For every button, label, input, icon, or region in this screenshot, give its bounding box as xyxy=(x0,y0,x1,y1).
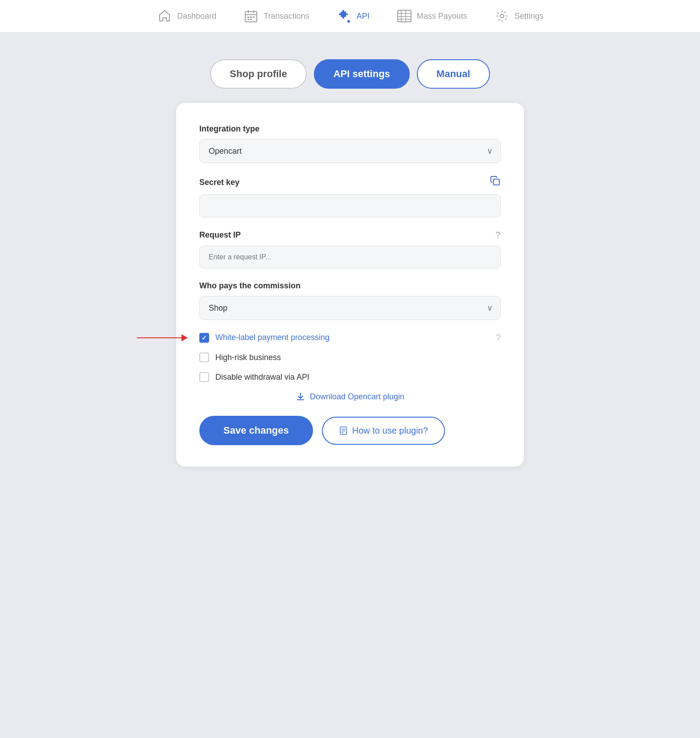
nav-api[interactable]: API xyxy=(336,8,370,24)
high-risk-label: High-risk business xyxy=(215,353,281,362)
document-icon xyxy=(339,426,348,435)
download-link[interactable]: Download Opencart plugin xyxy=(199,392,501,402)
svg-rect-5 xyxy=(250,16,252,18)
svg-point-9 xyxy=(347,20,350,23)
nav-dashboard[interactable]: Dashboard xyxy=(156,8,216,24)
copy-icon[interactable] xyxy=(490,176,501,189)
nav-transactions-label: Transactions xyxy=(264,12,309,21)
integration-type-group: Integration type Opencart WooCommerce Ma… xyxy=(199,124,501,163)
request-ip-label: Request IP ? xyxy=(199,230,501,240)
nav-dashboard-label: Dashboard xyxy=(177,12,216,21)
how-to-use-button[interactable]: How to use plugin? xyxy=(322,417,445,445)
nav-mass-payouts-label: Mass Payouts xyxy=(417,12,467,21)
save-changes-button[interactable]: Save changes xyxy=(199,416,313,445)
svg-point-16 xyxy=(500,14,504,18)
nav-mass-payouts[interactable]: Mass Payouts xyxy=(396,8,467,24)
svg-rect-10 xyxy=(398,10,411,22)
arrow-line xyxy=(137,337,181,338)
disable-withdrawal-checkbox[interactable] xyxy=(199,372,209,382)
white-label-checkbox[interactable] xyxy=(199,333,209,343)
request-ip-group: Request IP ? xyxy=(199,230,501,269)
tab-bar: Shop profile API settings Manual xyxy=(210,59,490,89)
request-ip-help-icon[interactable]: ? xyxy=(495,230,501,240)
commission-group: Who pays the commission Shop Client ∨ xyxy=(199,281,501,320)
commission-label: Who pays the commission xyxy=(199,281,501,291)
svg-rect-17 xyxy=(494,179,499,185)
annotation-arrow xyxy=(137,334,188,341)
svg-rect-4 xyxy=(247,16,249,18)
high-risk-row: High-risk business xyxy=(199,353,501,362)
tab-manual[interactable]: Manual xyxy=(417,59,490,89)
secret-key-input[interactable]: xFaWZH3uFDuEFsvnK7wvPumf0WSVtCd0btoS xyxy=(199,194,501,217)
how-to-use-label: How to use plugin? xyxy=(352,426,428,436)
nav-settings-label: Settings xyxy=(515,12,544,21)
white-label-help-icon[interactable]: ? xyxy=(496,332,501,343)
white-label-label: White-label payment processing xyxy=(215,333,329,342)
integration-type-select[interactable]: Opencart WooCommerce Magento Custom xyxy=(199,139,501,163)
nav-settings[interactable]: Settings xyxy=(494,8,544,24)
svg-rect-8 xyxy=(250,19,252,20)
svg-rect-6 xyxy=(253,16,255,18)
download-link-text: Download Opencart plugin xyxy=(310,392,404,402)
secret-key-label: Secret key xyxy=(199,176,501,189)
integration-type-label: Integration type xyxy=(199,124,501,134)
house-icon xyxy=(156,8,173,24)
tab-api-settings[interactable]: API settings xyxy=(314,59,410,89)
download-icon xyxy=(296,392,305,402)
settings-card: Integration type Opencart WooCommerce Ma… xyxy=(176,103,524,467)
integration-type-select-wrapper: Opencart WooCommerce Magento Custom ∨ xyxy=(199,139,501,163)
tab-shop-profile[interactable]: Shop profile xyxy=(210,59,306,89)
page-content: Shop profile API settings Manual Integra… xyxy=(0,33,700,502)
arrow-head xyxy=(181,334,188,341)
settings-gear-icon xyxy=(494,8,510,24)
request-ip-input[interactable] xyxy=(199,246,501,269)
disable-withdrawal-label: Disable withdrawal via API xyxy=(215,373,309,382)
svg-rect-7 xyxy=(247,19,249,20)
nav-transactions[interactable]: Transactions xyxy=(243,8,309,24)
commission-select-wrapper: Shop Client ∨ xyxy=(199,296,501,320)
disable-withdrawal-row: Disable withdrawal via API xyxy=(199,372,501,382)
secret-key-group: Secret key xFaWZH3uFDuEFsvnK7wvPumf0WSVt… xyxy=(199,176,501,217)
high-risk-checkbox[interactable] xyxy=(199,353,209,362)
mass-payouts-icon xyxy=(396,8,412,24)
puzzle-icon xyxy=(336,8,352,24)
action-buttons: Save changes How to use plugin? xyxy=(199,416,501,445)
nav-api-label: API xyxy=(357,12,370,21)
navigation: Dashboard Transactions API xyxy=(0,0,700,33)
white-label-row: White-label payment processing ? xyxy=(199,332,501,343)
commission-select[interactable]: Shop Client xyxy=(199,296,501,320)
calendar-icon xyxy=(243,8,259,24)
